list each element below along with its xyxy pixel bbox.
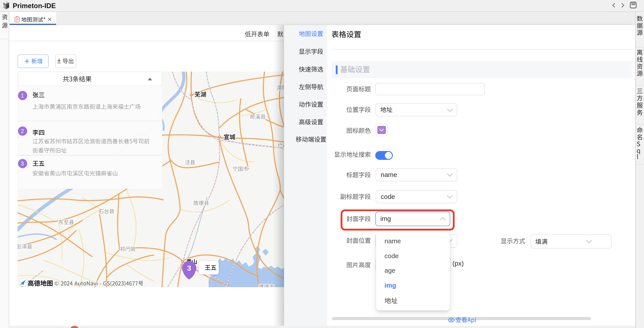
svg-text:3: 3 xyxy=(187,264,191,272)
